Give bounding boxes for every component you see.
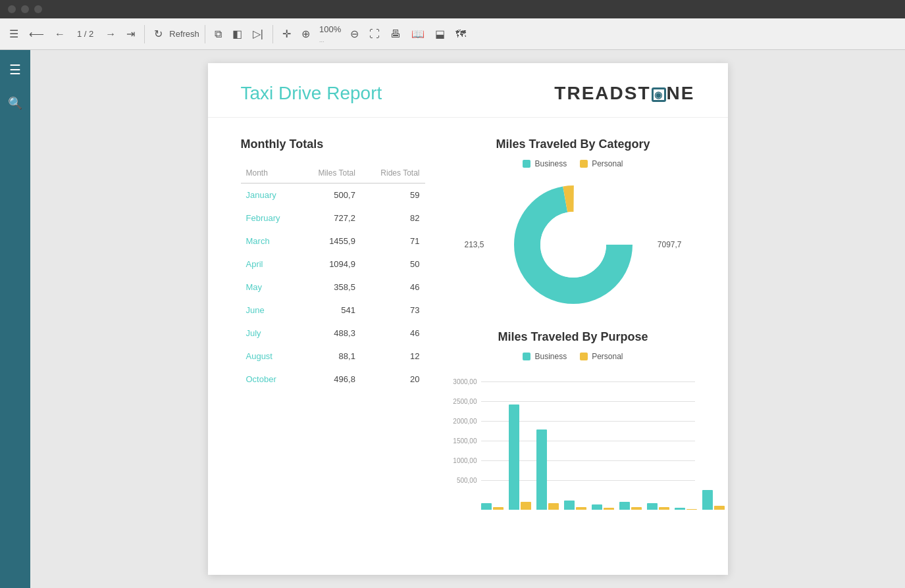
bookmark-button[interactable]: 📖 [407, 25, 428, 43]
month-link[interactable]: October [246, 374, 276, 384]
table-row: March 1455,9 71 [241, 230, 425, 253]
cell-miles: 488,3 [299, 322, 361, 345]
refresh-label: Refresh [169, 29, 199, 39]
sidebar-menu-icon[interactable]: ☰ [5, 58, 25, 82]
report-header: Taxi Drive Report TREADST◉NE [208, 63, 728, 118]
bars-container [481, 391, 695, 510]
grid-row-3000: 3000,00 [452, 372, 695, 391]
legend-personal-label: Personal [592, 159, 623, 168]
donut-label-right: 7097,7 [658, 240, 682, 249]
month-link[interactable]: March [246, 236, 270, 246]
donut-label-left: 213,5 [465, 240, 484, 249]
donut-chart-title: Miles Traveled By Category [452, 137, 695, 151]
page-indicator: 1 / 2 [72, 29, 99, 39]
cell-rides: 50 [361, 253, 425, 276]
logo-o: ◉ [652, 87, 666, 102]
fullscreen-button[interactable]: ⛶ [365, 26, 384, 43]
logo: TREADST◉NE [554, 83, 694, 104]
month-link[interactable]: August [246, 351, 272, 361]
month-link[interactable]: April [246, 259, 263, 269]
month-link[interactable]: July [246, 328, 261, 338]
traffic-light-minimize[interactable] [21, 5, 29, 13]
bar-legend-personal: Personal [580, 352, 623, 361]
document: Taxi Drive Report TREADST◉NE Monthly Tot… [208, 63, 728, 575]
refresh-button[interactable]: ↻ [150, 25, 167, 43]
bar-group [675, 508, 697, 510]
menu-button[interactable]: ☰ [5, 25, 22, 43]
divider-3 [272, 25, 273, 43]
bar-business [619, 502, 630, 510]
traffic-light-close[interactable] [8, 5, 16, 13]
grid-label-3000: 3000,00 [452, 378, 481, 385]
svg-point-2 [540, 212, 606, 278]
content-area: Taxi Drive Report TREADST◉NE Monthly Tot… [30, 50, 905, 588]
donut-chart-container: 213,5 7097,7 [452, 179, 695, 310]
bar-personal [576, 507, 586, 510]
cell-month: June [241, 299, 299, 322]
panel-right-button[interactable]: ▷| [249, 25, 267, 43]
panel-left-button[interactable]: ◧ [228, 25, 246, 43]
nav-prev-button[interactable]: ← [51, 26, 69, 43]
bar-chart-wrapper: 3000,00 2500,00 2000,00 [452, 372, 695, 510]
monthly-totals-table: Month Miles Total Rides Total January 50… [241, 164, 425, 391]
bar-group [619, 502, 642, 510]
cell-miles: 496,8 [299, 368, 361, 391]
zoom-out-button[interactable]: ⊖ [346, 25, 363, 43]
nav-next-button[interactable]: → [101, 26, 120, 43]
cell-miles: 727,2 [299, 207, 361, 230]
cell-month: August [241, 345, 299, 368]
cell-month: July [241, 322, 299, 345]
cell-month: April [241, 253, 299, 276]
zoom-in-button[interactable]: ⊕ [297, 25, 314, 43]
zoom-level: 100%... [317, 24, 344, 44]
table-row: February 727,2 82 [241, 207, 425, 230]
bar-group [509, 404, 531, 510]
bar-personal [493, 507, 504, 510]
cell-miles: 1094,9 [299, 253, 361, 276]
sidebar-toggle-button[interactable]: ⬓ [431, 25, 449, 43]
cell-month: January [241, 184, 299, 207]
grid-label-1000: 1000,00 [452, 457, 481, 464]
sidebar-search-icon[interactable]: 🔍 [4, 92, 26, 114]
legend-personal-dot [580, 160, 588, 168]
bar-group [564, 501, 586, 510]
report-title: Taxi Drive Report [241, 83, 382, 104]
map-button[interactable]: 🗺 [452, 26, 470, 43]
print-button[interactable]: 🖶 [386, 26, 405, 43]
bar-business [564, 501, 575, 510]
main-layout: ☰ 🔍 Taxi Drive Report TREADST◉NE Monthly… [0, 50, 905, 588]
grid-line-3000 [481, 381, 695, 382]
bar-legend-personal-label: Personal [592, 352, 623, 361]
month-link[interactable]: June [246, 305, 265, 315]
bar-business [536, 429, 547, 510]
bar-group [481, 503, 504, 510]
copy-button[interactable]: ⧉ [211, 26, 226, 43]
move-button[interactable]: ✛ [278, 25, 295, 43]
month-link[interactable]: January [246, 190, 276, 200]
cell-miles: 541 [299, 299, 361, 322]
legend-personal: Personal [580, 159, 623, 168]
bar-personal [659, 507, 669, 510]
nav-first-button[interactable]: ⟵ [25, 25, 48, 43]
cell-rides: 46 [361, 276, 425, 299]
bar-group [536, 429, 559, 510]
table-row: January 500,7 59 [241, 184, 425, 207]
report-body: Monthly Totals Month Miles Total Rides T… [208, 118, 728, 529]
donut-legend: Business Personal [452, 159, 695, 168]
bar-legend-business-dot [523, 353, 530, 360]
col-month: Month [241, 164, 299, 184]
month-link[interactable]: February [246, 213, 280, 223]
monthly-totals-section: Monthly Totals Month Miles Total Rides T… [241, 137, 425, 510]
bar-personal [631, 507, 642, 510]
bar-group [702, 490, 725, 510]
nav-last-button[interactable]: ⇥ [122, 25, 139, 43]
bar-personal [548, 503, 559, 510]
cell-rides: 73 [361, 299, 425, 322]
bar-legend-business: Business [523, 352, 567, 361]
title-bar [0, 0, 905, 18]
cell-rides: 20 [361, 368, 425, 391]
month-link[interactable]: May [246, 282, 263, 292]
traffic-light-maximize[interactable] [34, 5, 42, 13]
sidebar: ☰ 🔍 [0, 50, 30, 588]
bar-personal [521, 502, 531, 510]
